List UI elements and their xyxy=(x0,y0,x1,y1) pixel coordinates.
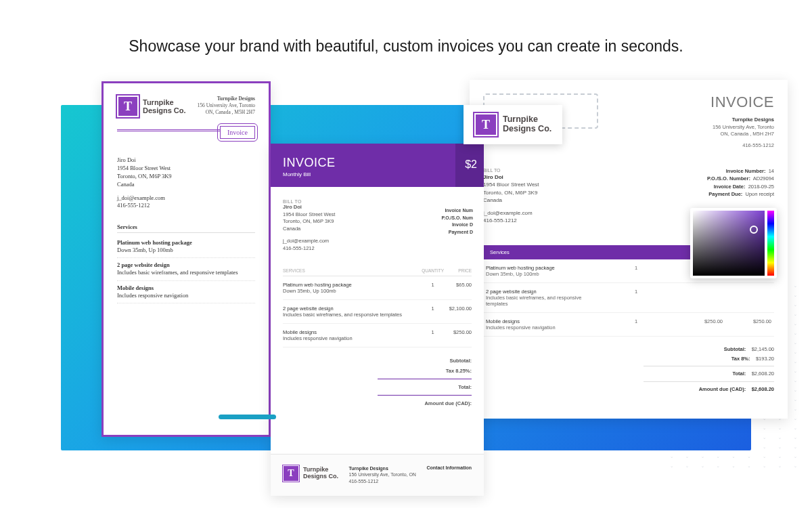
color-picker[interactable] xyxy=(690,208,777,278)
invoice-title: INVOICE xyxy=(283,156,472,170)
company-phone: 416-555-1212 xyxy=(710,142,774,148)
page-headline: Showcase your brand with beautiful, cust… xyxy=(0,37,812,56)
line-items-table: SERVICES QUANTITY PRICE Platinum web hos… xyxy=(283,266,472,347)
table-row: Mobile designsIncludes responsive naviga… xyxy=(483,313,774,337)
invoice-badge: Invoice xyxy=(220,126,255,139)
template-scroll-indicator[interactable] xyxy=(219,415,276,419)
company-name-l2: Designs Co. xyxy=(143,106,186,114)
company-address: Turnpike Designs 156 University Ave, Tor… xyxy=(198,96,255,115)
invoice-meta: Invoice Num P.O./S.O. Num Invoice D Paym… xyxy=(441,207,473,236)
company-name-l1: Turnpike xyxy=(143,98,174,106)
bill-to-label: BILL TO xyxy=(283,199,472,204)
logo-icon: T xyxy=(474,113,497,136)
saturation-gradient[interactable] xyxy=(693,211,765,276)
company-address: Turnpike Designs 156 University Ave, Tor… xyxy=(710,117,774,138)
table-row: 2 page website designIncludes basic wire… xyxy=(483,283,774,313)
line-item: Platinum web hosting package Down 35mb, … xyxy=(117,236,255,258)
line-item: Mobile designs Includes responsive navig… xyxy=(117,281,255,303)
invoice-preview-template-1: T Turnpike Designs Co. Turnpike Designs … xyxy=(102,81,271,437)
table-row: 2 page website designIncludes basic wire… xyxy=(283,300,472,324)
bill-to-block: Jiro Doi 1954 Bloor Street West Toronto,… xyxy=(117,139,255,210)
invoice-title: INVOICE xyxy=(710,93,774,111)
table-row: Platinum web hosting packageDown 35mb, U… xyxy=(283,276,472,300)
picker-cursor-icon[interactable] xyxy=(750,226,758,234)
invoice-footer: T Turnpike Designs Co. Turnpike Designs … xyxy=(271,454,484,496)
logo-icon: T xyxy=(283,465,299,482)
hue-slider[interactable] xyxy=(767,211,774,276)
logo-icon: T xyxy=(117,96,139,117)
company-logo: T Turnpike Designs Co. xyxy=(117,96,186,117)
bill-to-block: BILL TO Jiro Doi 1954 Bloor Street West … xyxy=(483,167,539,225)
footer-logo: T Turnpike Designs Co. xyxy=(283,465,338,482)
invoice-subtitle: Monthly Bill xyxy=(283,171,472,177)
invoice-preview-template-2: INVOICE Monthly Bill $2 BILL TO Jiro Doi… xyxy=(271,144,484,496)
header-amount: $2 xyxy=(465,158,477,171)
table-row: Mobile designsIncludes responsive naviga… xyxy=(283,324,472,347)
logo-label: Turnpike Designs Co. xyxy=(503,115,551,134)
logo-preview-card[interactable]: T Turnpike Designs Co. xyxy=(464,105,562,144)
totals-block: Subtotal: Tax 8.25%: Total: Amount due (… xyxy=(283,356,472,408)
services-header: Services xyxy=(117,224,255,233)
line-item: 2 page website design Includes basic wir… xyxy=(117,258,255,280)
totals-block: Subtotal: $2,145.00 Tax 8%: $193.20 Tota… xyxy=(483,345,774,394)
